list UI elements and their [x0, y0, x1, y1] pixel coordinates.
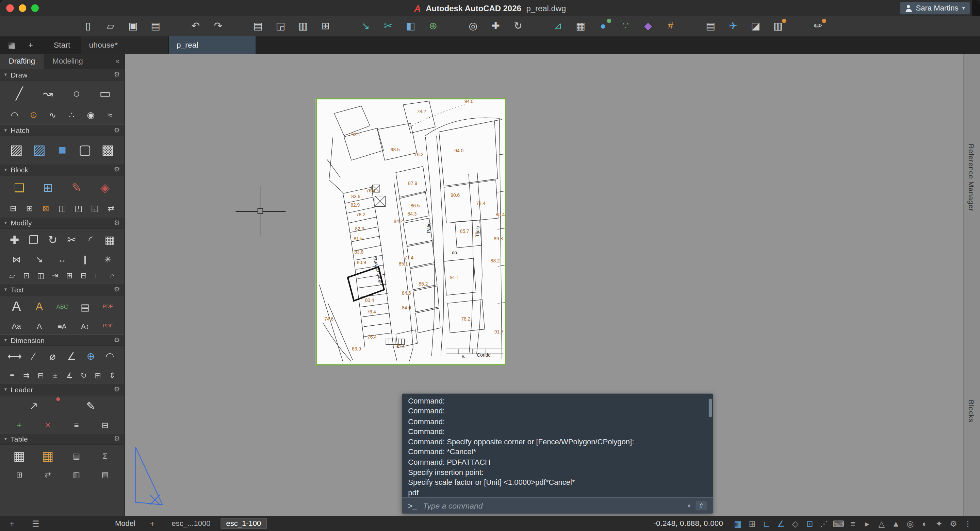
object-snap-tracking-icon[interactable]: ⋰: [818, 519, 830, 528]
attach-reference-icon[interactable]: ↘: [358, 18, 374, 34]
find-text-icon[interactable]: A: [28, 318, 51, 334]
join-icon[interactable]: ⊡: [19, 267, 34, 284]
gear-icon[interactable]: ⚙: [947, 519, 959, 528]
feedback-pencil-icon[interactable]: ✏: [810, 18, 826, 34]
materials-icon[interactable]: ◆: [640, 18, 656, 34]
replace-block-icon[interactable]: ◱: [87, 199, 103, 217]
polyline-icon[interactable]: ↝: [34, 81, 62, 106]
ellipse-icon[interactable]: ⊙: [24, 106, 43, 124]
command-options-icon[interactable]: ⇧: [695, 501, 707, 510]
save-icon[interactable]: ▣: [125, 18, 141, 34]
align-icon[interactable]: ⊞: [62, 267, 76, 284]
hatch-solid-icon[interactable]: ■: [51, 136, 73, 164]
table-icon[interactable]: ▦: [5, 445, 34, 467]
close-button[interactable]: [6, 5, 14, 12]
gear-icon[interactable]: ⚙: [114, 126, 120, 134]
text-style-icon[interactable]: Aa: [5, 318, 28, 334]
gear-icon[interactable]: ⚙: [114, 219, 120, 227]
autoscale-icon[interactable]: ▲: [890, 519, 902, 528]
adjust-image-icon[interactable]: ◧: [402, 18, 419, 34]
remove-leader-icon[interactable]: ✕: [34, 417, 62, 433]
reverse-icon[interactable]: ⌂: [105, 267, 119, 284]
revision-cloud-icon[interactable]: ≈: [100, 106, 119, 124]
dimension-space-icon[interactable]: ⇕: [105, 368, 119, 384]
gear-icon[interactable]: ⚙: [114, 336, 120, 344]
copy-icon[interactable]: ❐: [24, 229, 43, 251]
page-setup-icon[interactable]: ▥: [295, 18, 311, 34]
zoom-window-icon[interactable]: ◎: [465, 18, 482, 34]
section-header-table[interactable]: ▾Table⚙: [0, 433, 124, 445]
undo-icon[interactable]: ↶: [188, 18, 204, 34]
swap-block-icon[interactable]: ⇄: [103, 199, 119, 217]
gear-icon[interactable]: ⚙: [114, 71, 120, 79]
import-pdf-text-icon[interactable]: PDF: [97, 295, 119, 318]
radius-dimension-icon[interactable]: ⌀: [43, 346, 62, 367]
sheet-set-icon[interactable]: #: [662, 18, 679, 34]
add-palette-icon[interactable]: +: [6, 519, 18, 528]
minimize-button[interactable]: [19, 5, 26, 12]
plot-icon[interactable]: ▤: [250, 18, 266, 34]
edit-text-icon[interactable]: A: [28, 295, 51, 318]
array-icon[interactable]: ▦: [100, 229, 119, 251]
edit-leader-icon[interactable]: ✎: [62, 395, 119, 417]
dimension-break-icon[interactable]: ⊟: [34, 368, 48, 384]
aligned-dimension-icon[interactable]: ∕: [24, 346, 43, 367]
block-attributes-icon[interactable]: ◈: [91, 175, 119, 199]
new-file-icon[interactable]: ▯: [80, 18, 96, 34]
render-icon[interactable]: ◪: [748, 18, 764, 34]
file-tab-p-real[interactable]: p_real: [169, 36, 256, 54]
tab-overview-icon[interactable]: ▦: [6, 40, 18, 51]
export-table-icon[interactable]: ⊞: [5, 468, 34, 482]
table-rows-icon[interactable]: ▥: [62, 468, 91, 482]
object-snap-icon[interactable]: ⊡: [804, 519, 816, 528]
collapse-palette-button[interactable]: «: [111, 54, 124, 69]
save-as-icon[interactable]: ▤: [147, 18, 164, 34]
side-tab-reference-manager[interactable]: Reference Manager: [967, 144, 975, 211]
section-header-modify[interactable]: ▾Modify⚙: [0, 217, 124, 229]
lengthen-icon[interactable]: ⇥: [48, 267, 62, 284]
continue-dimension-icon[interactable]: ⇉: [19, 368, 34, 384]
hardware-acceleration-icon[interactable]: ✦: [933, 519, 945, 528]
side-tab-blocks[interactable]: Blocks: [967, 400, 975, 423]
section-header-text[interactable]: ▾Text⚙: [0, 284, 124, 295]
customization-icon[interactable]: ⋮: [962, 519, 974, 528]
quick-calc-icon[interactable]: ▦: [572, 18, 589, 34]
snap-mode-icon[interactable]: ⊞: [746, 519, 758, 528]
attached-pdf-sheet[interactable]: 94.078.293.198.578.294.087.976.483.690.6…: [316, 98, 506, 365]
open-file-icon[interactable]: ▱: [102, 18, 119, 34]
measure-icon[interactable]: ⊿: [550, 18, 566, 34]
annotation-visibility-icon[interactable]: △: [875, 519, 888, 528]
command-scrollbar[interactable]: [709, 398, 712, 495]
fullscreen-button[interactable]: [31, 5, 39, 12]
palette-menu-icon[interactable]: ☰: [30, 519, 41, 528]
gear-icon[interactable]: ⚙: [114, 435, 120, 443]
baseline-dimension-icon[interactable]: ≡: [5, 368, 19, 384]
section-header-dimension[interactable]: ▾Dimension⚙: [0, 334, 124, 346]
rectangle-icon[interactable]: ▭: [91, 81, 119, 106]
clip-reference-icon[interactable]: ✂: [380, 18, 396, 34]
fillet-icon[interactable]: ◜: [81, 229, 100, 251]
export-pdf-text-icon[interactable]: PDF: [97, 318, 119, 334]
layout-tab-esc-1-100[interactable]: esc_1-100: [221, 518, 267, 529]
divide-icon[interactable]: ⊟: [76, 267, 91, 284]
arc-length-dimension-icon[interactable]: ◠: [100, 346, 119, 367]
table-edit-icon[interactable]: ▦: [34, 445, 62, 467]
insert-block-icon[interactable]: ❑: [5, 175, 34, 199]
batch-plot-icon[interactable]: ⊞: [318, 18, 334, 34]
snap-settings-icon[interactable]: ⊕: [425, 18, 441, 34]
block-editor-icon[interactable]: ⊞: [21, 199, 38, 217]
move-icon[interactable]: ✚: [5, 229, 24, 251]
center-mark-icon[interactable]: ⊕: [81, 346, 100, 367]
grid-icon[interactable]: ▦: [732, 519, 744, 528]
file-tab-start[interactable]: Start: [43, 36, 82, 54]
orbit-icon[interactable]: ↻: [510, 18, 527, 34]
drawing-canvas[interactable]: 94.078.293.198.578.294.087.976.483.690.6…: [125, 54, 963, 516]
donut-icon[interactable]: ◉: [81, 106, 100, 124]
hatch-gradient-icon[interactable]: ▨: [28, 136, 51, 164]
write-block-icon[interactable]: ✎: [62, 175, 91, 199]
point-style-icon[interactable]: ●: [595, 18, 611, 34]
section-header-leader[interactable]: ▾Leader⚙: [0, 384, 124, 395]
table-formula-icon[interactable]: Σ: [91, 445, 119, 467]
chamfer-icon[interactable]: ∟: [91, 267, 105, 284]
text-align-icon[interactable]: ≡A: [51, 318, 73, 334]
